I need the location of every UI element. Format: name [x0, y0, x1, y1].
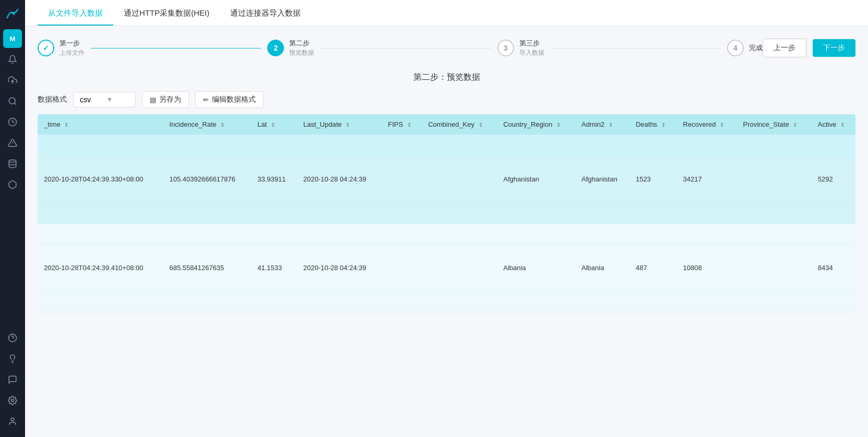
chevron-down-icon: ▼ [106, 96, 129, 103]
step-line-1 [91, 48, 261, 48]
table-header-row: _time ⇕ Incidence_Rate ⇕ Lat ⇕ Last_Up [38, 114, 855, 135]
sort-icon-combined: ⇕ [479, 122, 483, 128]
cell-lastupdate-2: 2020-10-28 04:24:39 [297, 245, 382, 292]
col-header-incidence[interactable]: Incidence_Rate ⇕ [163, 114, 251, 135]
col-header-admin2[interactable]: Admin2 ⇕ [575, 114, 629, 135]
sort-icon-admin2: ⇕ [609, 122, 613, 128]
sidebar-item-help[interactable] [3, 329, 22, 347]
edit-format-label: 编辑数据格式 [212, 95, 256, 104]
table-row: 2020-10-28T04:24:39.410+08:00 685.558412… [38, 245, 855, 292]
col-header-active[interactable]: Active ⇕ [812, 114, 855, 135]
col-label-fips: FIPS [388, 120, 403, 128]
main-content: 从文件导入数据 通过HTTP采集数据(HEI) 通过连接器导入数据 ✓ 第一步 … [25, 0, 868, 437]
cell-deaths-1: 1523 [629, 156, 677, 203]
sort-icon-province: ⇕ [793, 122, 797, 128]
sidebar-item-search[interactable] [3, 92, 22, 111]
cell-time-1: 2020-10-28T04:24:39.330+08:00 [38, 156, 163, 203]
step-3-info: 第三步 导入数据 [519, 39, 544, 57]
cell-lat-1: 33.93911 [251, 156, 297, 203]
stepper-actions: 上一步 下一步 [763, 39, 855, 57]
sidebar-item-upload[interactable] [3, 71, 22, 90]
cell-lastupdate-1: 2020-10-28 04:24:39 [297, 156, 382, 203]
col-header-country[interactable]: Country_Region ⇕ [497, 114, 575, 135]
step-2-subtitle: 预览数据 [289, 48, 314, 57]
col-label-time: _time [44, 120, 61, 128]
sidebar-item-m[interactable]: M [3, 29, 22, 48]
col-header-combined[interactable]: Combined_Key ⇕ [422, 114, 497, 135]
step-4-title: 完成 [749, 43, 763, 53]
prev-button[interactable]: 上一步 [763, 39, 806, 57]
cell-recovered-1: 34217 [677, 156, 737, 203]
step-2-info: 第二步 预览数据 [289, 39, 314, 57]
cell-active-2: 8434 [812, 245, 855, 292]
sort-icon-country: ⇕ [556, 122, 561, 128]
tab-connector-import[interactable]: 通过连接器导入数据 [220, 0, 311, 26]
cell-admin2-2: Albania [575, 245, 629, 292]
data-table: _time ⇕ Incidence_Rate ⇕ Lat ⇕ Last_Up [38, 114, 855, 312]
svg-point-12 [11, 418, 14, 421]
step-4-info: 完成 [749, 43, 763, 53]
sidebar-item-notifications[interactable] [3, 50, 22, 69]
step-4: 4 完成 [727, 40, 763, 56]
cell-active-1: 5292 [812, 156, 855, 203]
step-1-title: 第一步 [60, 39, 85, 48]
step-3: 3 第三步 导入数据 [497, 39, 544, 57]
app-logo [4, 6, 21, 23]
cell-admin2-1: Afghanistan [575, 156, 629, 203]
svg-line-2 [14, 103, 16, 104]
svg-point-1 [9, 98, 15, 104]
edit-format-button[interactable]: ✏ 编辑数据格式 [195, 91, 264, 108]
format-select[interactable]: csv ▼ [73, 92, 136, 107]
col-label-active: Active [818, 120, 836, 128]
col-header-time[interactable]: _time ⇕ [38, 114, 163, 135]
next-button[interactable]: 下一步 [813, 39, 855, 57]
cell-combined-2 [422, 245, 497, 292]
tab-file-import[interactable]: 从文件导入数据 [38, 0, 113, 26]
col-label-lat: Lat [257, 120, 267, 128]
step-1: ✓ 第一步 上传文件 [38, 39, 85, 57]
col-header-lat[interactable]: Lat ⇕ [251, 114, 297, 135]
step-1-circle: ✓ [38, 40, 54, 56]
sort-icon-incidence: ⇕ [220, 122, 224, 128]
toolbar: 数据格式 csv ▼ ▤ 另存为 ✏ 编辑数据格式 [38, 91, 855, 108]
step-3-circle: 3 [497, 40, 514, 56]
step-line-3 [551, 48, 721, 48]
sidebar: M [0, 0, 25, 437]
col-header-lastupdate[interactable]: Last_Update ⇕ [297, 114, 382, 135]
step-1-subtitle: 上传文件 [60, 48, 85, 57]
cell-time-2: 2020-10-28T04:24:39.410+08:00 [38, 245, 163, 292]
cell-combined-1 [422, 156, 497, 203]
save-as-button[interactable]: ▤ 另存为 [142, 91, 189, 108]
cell-deaths-2: 487 [629, 245, 677, 292]
sidebar-item-database[interactable] [3, 154, 22, 173]
col-header-province[interactable]: Province_State ⇕ [736, 114, 811, 135]
sidebar-item-bulb[interactable] [3, 349, 22, 368]
sidebar-item-chat[interactable] [3, 370, 22, 389]
col-label-admin2: Admin2 [581, 120, 604, 128]
table-row [38, 135, 855, 156]
step-3-subtitle: 导入数据 [519, 48, 544, 57]
sort-icon-deaths: ⇕ [661, 122, 665, 128]
col-header-fips[interactable]: FIPS ⇕ [382, 114, 422, 135]
svg-point-6 [9, 160, 16, 163]
step-1-info: 第一步 上传文件 [60, 39, 85, 57]
sidebar-item-box[interactable] [3, 175, 22, 194]
cell-province-1 [736, 156, 811, 203]
cell-incidence-1: 105.40392666617876 [163, 156, 251, 203]
table-row: 2020-10-28T04:24:39.330+08:00 105.403926… [38, 156, 855, 203]
sidebar-item-clock[interactable] [3, 113, 22, 131]
cell-lat-2: 41.1533 [251, 245, 297, 292]
sidebar-item-alert[interactable] [3, 133, 22, 152]
sidebar-item-settings[interactable] [3, 391, 22, 410]
sort-icon-lastupdate: ⇕ [346, 122, 350, 128]
format-value: csv [80, 95, 102, 104]
col-header-deaths[interactable]: Deaths ⇕ [629, 114, 677, 135]
col-header-recovered[interactable]: Recovered ⇕ [677, 114, 737, 135]
data-table-wrapper[interactable]: _time ⇕ Incidence_Rate ⇕ Lat ⇕ Last_Up [38, 114, 855, 437]
cell-country-2: Albania [497, 245, 575, 292]
col-label-country: Country_Region [503, 120, 552, 128]
tab-http-import[interactable]: 通过HTTP采集数据(HEI) [113, 0, 220, 26]
stepper: ✓ 第一步 上传文件 2 第二步 预览数据 3 第三步 [38, 39, 855, 57]
sidebar-item-user[interactable] [3, 412, 22, 431]
step-4-circle: 4 [727, 40, 744, 56]
